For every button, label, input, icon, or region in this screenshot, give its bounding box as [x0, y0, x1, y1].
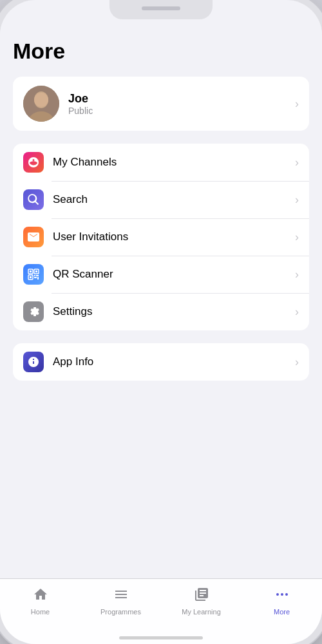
- svg-point-16: [285, 593, 288, 596]
- channels-chevron: ›: [295, 156, 299, 169]
- settings-icon: [23, 301, 44, 322]
- avatar: [23, 86, 59, 122]
- svg-rect-13: [37, 277, 39, 279]
- mylearning-icon: [194, 587, 209, 606]
- menu-item-settings[interactable]: Settings ›: [13, 293, 309, 330]
- page-title: More: [13, 39, 309, 64]
- invitations-label: User Invitations: [53, 231, 295, 243]
- profile-chevron: ›: [295, 97, 299, 111]
- svg-rect-5: [30, 270, 32, 272]
- content-area: More Joe Public ›: [0, 19, 322, 578]
- profile-card[interactable]: Joe Public ›: [13, 77, 309, 131]
- tab-more[interactable]: More: [242, 584, 322, 631]
- profile-name: Joe: [68, 92, 295, 106]
- tab-programmes[interactable]: Programmes: [80, 584, 161, 631]
- tab-more-label: More: [274, 608, 290, 616]
- appinfo-chevron: ›: [295, 355, 299, 369]
- home-bar: [119, 636, 203, 639]
- profile-status: Public: [68, 106, 295, 116]
- tab-home[interactable]: Home: [0, 584, 80, 631]
- menu-group-main: My Channels › Search › User Invitations …: [13, 144, 309, 330]
- invitations-chevron: ›: [295, 231, 299, 244]
- menu-group-appinfo: App Info ›: [13, 343, 309, 381]
- profile-info: Joe Public: [68, 92, 295, 116]
- search-label: Search: [53, 193, 295, 206]
- channels-label: My Channels: [53, 156, 295, 169]
- svg-point-3: [34, 93, 48, 107]
- search-icon: [23, 189, 44, 210]
- svg-rect-12: [34, 277, 37, 278]
- menu-item-qr[interactable]: QR Scanner ›: [13, 256, 309, 293]
- screen: More Joe Public ›: [0, 19, 322, 644]
- programmes-icon: [113, 587, 129, 606]
- menu-item-search[interactable]: Search ›: [13, 181, 309, 218]
- speaker: [142, 6, 180, 10]
- menu-item-appinfo[interactable]: App Info ›: [13, 343, 309, 381]
- qr-icon: [23, 264, 44, 285]
- tab-home-label: Home: [31, 608, 50, 616]
- invitations-icon: [23, 227, 44, 247]
- home-indicator: [0, 631, 322, 644]
- search-chevron: ›: [295, 193, 299, 207]
- svg-point-14: [276, 593, 279, 596]
- qr-chevron: ›: [295, 268, 299, 281]
- channels-icon: [23, 152, 44, 173]
- appinfo-icon: [23, 352, 44, 372]
- tab-bar: Home Programmes My Learning: [0, 578, 322, 631]
- menu-item-invitations[interactable]: User Invitations ›: [13, 218, 309, 256]
- qr-label: QR Scanner: [53, 268, 295, 281]
- appinfo-label: App Info: [53, 355, 295, 368]
- phone-frame: More Joe Public ›: [0, 0, 322, 644]
- svg-rect-9: [30, 276, 32, 278]
- svg-rect-10: [34, 275, 35, 276]
- svg-rect-11: [36, 275, 39, 276]
- home-icon: [33, 587, 48, 606]
- tab-mylearning-label: My Learning: [182, 608, 221, 616]
- more-icon: [274, 587, 290, 606]
- settings-chevron: ›: [295, 305, 299, 319]
- settings-label: Settings: [53, 305, 295, 318]
- tab-programmes-label: Programmes: [100, 608, 141, 616]
- svg-rect-7: [35, 270, 37, 272]
- menu-item-channels[interactable]: My Channels ›: [13, 144, 309, 181]
- tab-mylearning[interactable]: My Learning: [161, 584, 242, 631]
- svg-point-15: [281, 593, 283, 596]
